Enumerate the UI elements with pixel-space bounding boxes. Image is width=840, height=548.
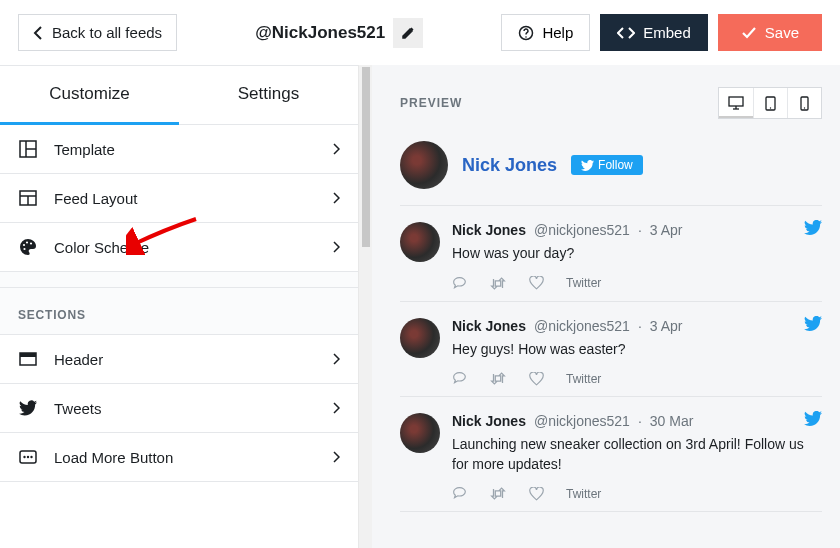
layout-icon (18, 188, 38, 208)
back-label: Back to all feeds (52, 24, 162, 41)
tweet-handle: @nickjones521 (534, 222, 630, 238)
tweet-actions: Twitter (452, 486, 822, 501)
edit-title-button[interactable] (393, 18, 423, 48)
tweet-handle: @nickjones521 (534, 318, 630, 334)
menu-header[interactable]: Header (0, 335, 358, 384)
retweet-icon[interactable] (489, 277, 507, 290)
svg-point-10 (30, 242, 32, 244)
scrollbar-thumb[interactable] (362, 67, 370, 247)
save-label: Save (765, 24, 799, 41)
preview-panel: PREVIEW Nick Jones Follow Nick Jones@nic… (372, 65, 840, 548)
tweet-item: Nick Jones@nickjones521·3 AprHey guys! H… (400, 302, 822, 398)
retweet-icon[interactable] (489, 372, 507, 385)
twitter-bird-icon (804, 220, 822, 235)
follow-button[interactable]: Follow (571, 155, 643, 175)
tweet-actions: Twitter (452, 276, 822, 291)
twitter-bird-icon (804, 411, 822, 426)
menu-tweets-label: Tweets (54, 400, 317, 417)
code-icon (617, 26, 635, 40)
reply-icon[interactable] (452, 371, 467, 386)
title-wrap: @NickJones521 (187, 18, 491, 48)
svg-point-16 (27, 456, 29, 458)
tab-customize[interactable]: Customize (0, 66, 179, 125)
profile-header: Nick Jones Follow (400, 141, 822, 206)
reply-icon[interactable] (452, 486, 467, 501)
like-icon[interactable] (529, 276, 544, 290)
sidebar-gap (0, 272, 358, 288)
menu-template[interactable]: Template (0, 125, 358, 174)
tweet-date: 3 Apr (650, 318, 683, 334)
tweet-text: How was your day? (452, 244, 822, 264)
tweet-source[interactable]: Twitter (566, 276, 601, 290)
svg-point-15 (23, 456, 25, 458)
tweet-avatar (400, 222, 440, 262)
help-button[interactable]: Help (501, 14, 590, 51)
sections-header: SECTIONS (0, 288, 358, 335)
follow-label: Follow (598, 158, 633, 172)
menu-color-scheme[interactable]: Color Scheme (0, 223, 358, 272)
retweet-icon[interactable] (489, 487, 507, 500)
body: Customize Settings Template Feed Layout … (0, 65, 840, 548)
profile-name: Nick Jones (462, 155, 557, 176)
back-button[interactable]: Back to all feeds (18, 14, 177, 51)
chevron-right-icon (333, 143, 340, 155)
tweet-handle: @nickjones521 (534, 413, 630, 429)
save-button[interactable]: Save (718, 14, 822, 51)
device-desktop[interactable] (719, 88, 753, 118)
menu-feed-layout-label: Feed Layout (54, 190, 317, 207)
top-actions: Help Embed Save (501, 14, 822, 51)
pencil-icon (401, 26, 415, 40)
twitter-bird-icon (804, 316, 822, 331)
tweet-item: Nick Jones@nickjones521·3 AprHow was you… (400, 206, 822, 302)
tweet-actions: Twitter (452, 371, 822, 386)
like-icon[interactable] (529, 372, 544, 386)
embed-label: Embed (643, 24, 691, 41)
svg-point-9 (26, 241, 28, 243)
like-icon[interactable] (529, 487, 544, 501)
tweet-date: 30 Mar (650, 413, 694, 429)
tweet-avatar (400, 413, 440, 453)
tweet-body: Nick Jones@nickjones521·30 MarLaunching … (452, 413, 822, 501)
tweet-text: Hey guys! How was easter? (452, 340, 822, 360)
chevron-right-icon (333, 241, 340, 253)
menu-feed-layout[interactable]: Feed Layout (0, 174, 358, 223)
svg-rect-13 (20, 353, 36, 357)
palette-icon (18, 237, 38, 257)
template-icon (18, 139, 38, 159)
tweet-avatar (400, 318, 440, 358)
tweet-item: Nick Jones@nickjones521·30 MarLaunching … (400, 397, 822, 512)
tweet-body: Nick Jones@nickjones521·3 AprHey guys! H… (452, 318, 822, 387)
device-tablet[interactable] (753, 88, 787, 118)
menu-load-more-label: Load More Button (54, 449, 317, 466)
menu-load-more[interactable]: Load More Button (0, 433, 358, 482)
menu-color-scheme-label: Color Scheme (54, 239, 317, 256)
device-toggle (718, 87, 822, 119)
svg-point-11 (23, 248, 25, 250)
help-icon (518, 25, 534, 41)
tweet-source[interactable]: Twitter (566, 487, 601, 501)
svg-point-24 (804, 107, 805, 108)
chevron-left-icon (33, 26, 42, 40)
svg-rect-18 (729, 97, 743, 106)
tweet-author: Nick Jones (452, 222, 526, 238)
feed-title: @NickJones521 (255, 23, 385, 43)
twitter-icon (18, 398, 38, 418)
check-icon (741, 26, 757, 40)
sidebar-scrollbar[interactable] (358, 65, 372, 548)
menu-header-label: Header (54, 351, 317, 368)
chevron-right-icon (333, 402, 340, 414)
tweet-author: Nick Jones (452, 413, 526, 429)
help-label: Help (542, 24, 573, 41)
svg-point-8 (23, 244, 25, 246)
embed-button[interactable]: Embed (600, 14, 708, 51)
tweet-author: Nick Jones (452, 318, 526, 334)
preview-label: PREVIEW (400, 96, 718, 110)
tweet-head: Nick Jones@nickjones521·30 Mar (452, 413, 822, 429)
menu-tweets[interactable]: Tweets (0, 384, 358, 433)
reply-icon[interactable] (452, 276, 467, 291)
tab-settings[interactable]: Settings (179, 66, 358, 125)
chevron-right-icon (333, 451, 340, 463)
device-mobile[interactable] (787, 88, 821, 118)
tweet-text: Launching new sneaker collection on 3rd … (452, 435, 822, 474)
tweet-source[interactable]: Twitter (566, 372, 601, 386)
